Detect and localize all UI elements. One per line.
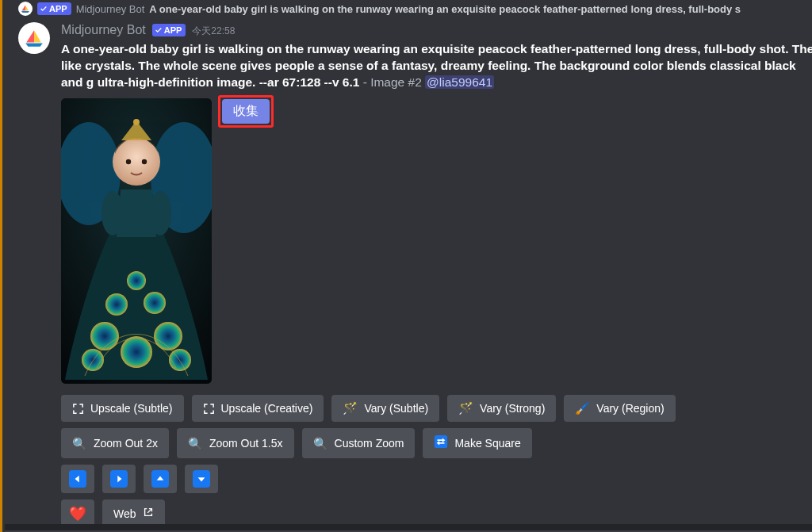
app-badge: APP <box>37 2 71 15</box>
sailboat-icon <box>24 28 44 48</box>
zoom-out-1-5x-button[interactable]: 🔍 Zoom Out 1.5x <box>177 428 294 458</box>
sailboat-icon <box>21 4 30 13</box>
previous-message-row: APP Midjourney Bot A one-year-old baby g… <box>2 0 812 19</box>
previous-bot-name: Midjourney Bot <box>76 3 145 15</box>
message-body: Midjourney Bot APP 今天22:58 A one-year-ol… <box>61 22 812 528</box>
svg-point-11 <box>102 191 124 235</box>
svg-point-5 <box>154 322 182 350</box>
arrow-right-icon <box>110 470 128 488</box>
svg-point-15 <box>126 159 131 164</box>
button-label: Zoom Out 2x <box>94 436 158 450</box>
svg-point-6 <box>105 293 128 316</box>
make-square-button[interactable]: Make Square <box>423 428 531 458</box>
pan-right-button[interactable] <box>102 465 136 493</box>
app-badge-label: APP <box>49 3 67 14</box>
previous-prompt-text: A one-year-old baby girl is walking on t… <box>149 3 741 15</box>
svg-point-8 <box>127 271 146 290</box>
brush-icon: 🖌️ <box>575 401 590 415</box>
app-badge: APP <box>152 24 186 36</box>
button-label: Vary (Region) <box>596 401 664 415</box>
svg-point-9 <box>82 349 104 371</box>
magnifier-icon: 🔍 <box>313 438 328 450</box>
generated-image[interactable] <box>61 98 212 384</box>
bot-avatar-mini <box>18 2 33 16</box>
action-buttons: Upscale (Subtle) Upscale (Creative) 🪄 Va… <box>61 395 812 528</box>
upscale-creative-button[interactable]: Upscale (Creative) <box>192 395 324 422</box>
button-label: Zoom Out 1.5x <box>209 436 283 450</box>
bottom-bar <box>5 524 812 532</box>
generated-image-svg <box>61 98 212 384</box>
pan-up-button[interactable] <box>144 465 177 493</box>
upscale-icon <box>72 403 84 415</box>
arrow-left-icon <box>69 470 86 488</box>
arrow-up-icon <box>151 470 169 488</box>
upscale-icon <box>203 403 215 415</box>
heart-icon: ❤️ <box>69 507 86 521</box>
svg-point-14 <box>134 120 139 124</box>
svg-point-7 <box>144 292 166 314</box>
button-label: Make Square <box>454 436 520 450</box>
action-row-3 <box>61 465 812 493</box>
arrow-down-icon <box>193 470 210 488</box>
button-label: Vary (Strong) <box>480 401 545 415</box>
check-icon <box>40 5 48 13</box>
prompt-text: A one-year-old baby girl is walking on t… <box>61 40 812 90</box>
magnifier-icon: 🔍 <box>72 438 87 450</box>
button-label: Upscale (Subtle) <box>90 401 173 415</box>
action-row-2: 🔍 Zoom Out 2x 🔍 Zoom Out 1.5x 🔍 Custom Z… <box>61 428 812 458</box>
vary-subtle-button[interactable]: 🪄 Vary (Subtle) <box>331 395 439 422</box>
svg-point-12 <box>149 191 171 235</box>
bot-avatar[interactable] <box>18 22 50 54</box>
vary-region-button[interactable]: 🖌️ Vary (Region) <box>564 395 675 422</box>
svg-point-3 <box>90 322 119 350</box>
bot-name[interactable]: Midjourney Bot <box>61 22 146 38</box>
message-timestamp: 今天22:58 <box>192 23 235 39</box>
message-row: Midjourney Bot APP 今天22:58 A one-year-ol… <box>2 19 812 528</box>
pan-left-button[interactable] <box>61 465 94 493</box>
svg-point-10 <box>169 349 191 371</box>
highlight-annotation: 收集 <box>218 95 274 128</box>
discord-message-pane: APP Midjourney Bot A one-year-old baby g… <box>0 0 812 532</box>
magnifier-icon: 🔍 <box>188 438 203 450</box>
upscale-subtle-button[interactable]: Upscale (Subtle) <box>61 395 184 422</box>
image-wrapper: 收集 <box>61 98 212 384</box>
vary-strong-button[interactable]: 🪄 Vary (Strong) <box>447 395 556 422</box>
button-label: Upscale (Creative) <box>221 401 313 415</box>
app-badge-label: APP <box>164 25 182 36</box>
external-link-icon <box>143 507 154 521</box>
svg-point-16 <box>142 159 147 164</box>
action-row-1: Upscale (Subtle) Upscale (Creative) 🪄 Va… <box>61 395 812 422</box>
custom-zoom-button[interactable]: 🔍 Custom Zoom <box>302 428 416 458</box>
wand-icon: 🪄 <box>458 401 473 415</box>
prompt-suffix: - Image #2 <box>359 75 425 89</box>
button-label: Vary (Subtle) <box>364 401 428 415</box>
zoom-out-2x-button[interactable]: 🔍 Zoom Out 2x <box>61 428 169 458</box>
pan-down-button[interactable] <box>185 465 218 493</box>
mention[interactable]: @lia599641 <box>425 75 494 89</box>
button-label: Custom Zoom <box>335 436 404 450</box>
collect-button[interactable]: 收集 <box>222 99 270 124</box>
message-header: Midjourney Bot APP 今天22:58 <box>61 22 812 39</box>
swap-icon <box>434 434 448 452</box>
check-icon <box>155 26 163 34</box>
svg-point-4 <box>121 336 152 368</box>
wand-icon: 🪄 <box>343 401 358 415</box>
svg-rect-17 <box>435 435 447 448</box>
button-label: Web <box>113 507 136 521</box>
